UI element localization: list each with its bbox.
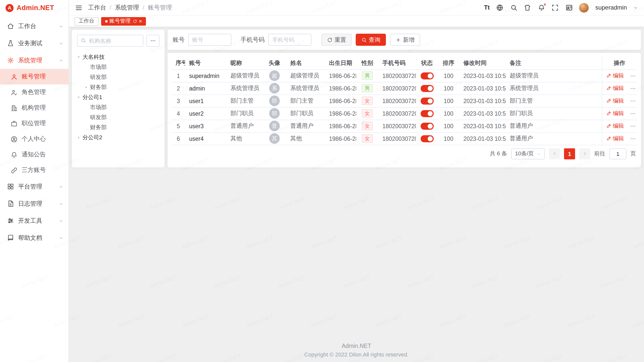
- edit-label: 编辑: [613, 110, 624, 117]
- header-icon[interactable]: [524, 4, 531, 11]
- search-button[interactable]: 查询: [356, 34, 386, 46]
- search-icon: [80, 38, 86, 43]
- edit-button[interactable]: 编辑: [606, 110, 624, 117]
- row-more-button[interactable]: [630, 98, 636, 104]
- org-more-button[interactable]: [146, 35, 159, 47]
- goto-page-input[interactable]: [609, 148, 626, 159]
- chevron-down-icon[interactable]: [633, 5, 638, 10]
- avatar[interactable]: [579, 3, 589, 12]
- cell-phone: 18020030720: [378, 132, 416, 145]
- username[interactable]: superadmin: [595, 4, 627, 11]
- sidebar-item-label: 角色管理: [22, 88, 46, 97]
- add-button[interactable]: 新增: [390, 34, 420, 46]
- page-size-select[interactable]: 10条/页: [511, 148, 545, 159]
- sidebar-item-label: 通知公告: [22, 150, 46, 159]
- prev-page-button[interactable]: [549, 148, 560, 159]
- globe-icon: [496, 4, 504, 11]
- status-toggle[interactable]: [420, 110, 433, 117]
- next-page-button[interactable]: [579, 148, 590, 159]
- edit-button[interactable]: 编辑: [606, 97, 624, 105]
- gender-badge: 男: [362, 84, 373, 93]
- tree-node[interactable]: 分公司1: [77, 93, 159, 102]
- org-search-input[interactable]: [77, 35, 143, 47]
- sidebar-item[interactable]: 平台管理: [0, 178, 68, 195]
- tree-node[interactable]: 分公司2: [77, 133, 159, 142]
- cell-phone: 18020030720: [378, 82, 416, 95]
- reset-button[interactable]: 重置: [321, 34, 352, 46]
- header-icon[interactable]: Tt: [484, 4, 490, 11]
- tree-node[interactable]: 研发部: [77, 113, 159, 122]
- status-toggle[interactable]: [420, 85, 433, 92]
- org-tree: 大名科技 市场部 研发部 财务部 分公司1 市场部 研发部 财务部 分公司2: [77, 53, 159, 142]
- sidebar-item[interactable]: 职位管理: [0, 116, 68, 131]
- sidebar-item[interactable]: 通知公告: [0, 147, 68, 162]
- row-more-button[interactable]: [630, 123, 636, 129]
- tree-node[interactable]: 大名科技: [77, 53, 159, 61]
- phone-input[interactable]: [268, 34, 311, 46]
- gender-badge: 女: [362, 109, 373, 118]
- row-more-button[interactable]: [630, 110, 636, 116]
- chevron-down-icon: [537, 152, 541, 156]
- file-icon: [7, 200, 14, 207]
- sidebar-item[interactable]: 个人中心: [0, 131, 68, 147]
- cell-name: 部门主管: [286, 95, 325, 107]
- edit-button[interactable]: 编辑: [606, 72, 624, 79]
- breadcrumb-item[interactable]: 账号管理: [148, 3, 172, 12]
- tab-bar: 工作台 账号管理 ×: [69, 16, 644, 27]
- tab[interactable]: 工作台: [74, 17, 98, 25]
- tree-node[interactable]: 财务部: [77, 83, 159, 92]
- edit-button[interactable]: 编辑: [606, 135, 624, 142]
- refresh-icon[interactable]: [133, 19, 137, 23]
- cell-phone: 18020030720: [378, 120, 416, 132]
- row-more-button[interactable]: [630, 73, 636, 79]
- close-icon[interactable]: ×: [139, 18, 142, 24]
- cell-no: 2: [172, 82, 185, 95]
- status-toggle[interactable]: [420, 72, 433, 79]
- sidebar-item[interactable]: 帮助文档: [0, 229, 68, 246]
- sidebar-item[interactable]: 三方账号: [0, 162, 68, 178]
- status-toggle[interactable]: [420, 135, 433, 142]
- cell-gender: 女: [356, 132, 378, 145]
- sidebar-item[interactable]: 角色管理: [0, 84, 68, 100]
- row-more-button[interactable]: [630, 85, 636, 91]
- account-label: 账号: [173, 35, 185, 44]
- cell-sort: 100: [438, 120, 459, 132]
- edit-button[interactable]: 编辑: [606, 84, 624, 92]
- tree-node-label: 市场部: [90, 104, 107, 111]
- sidebar-item[interactable]: 账号管理: [0, 69, 68, 84]
- search-icon: [361, 37, 367, 42]
- row-more-button[interactable]: [630, 135, 636, 142]
- tree-node[interactable]: 财务部: [77, 123, 159, 132]
- sidebar-item[interactable]: 机构管理: [0, 100, 68, 116]
- tree-node[interactable]: 市场部: [77, 103, 159, 112]
- cell-remark: 系统管理员: [506, 82, 602, 95]
- accounts-table: 序号 账号 昵称 头像 姓名 出生日期 性别 手机号码 状态 排序 修改时间 备…: [172, 57, 637, 145]
- status-toggle[interactable]: [420, 122, 433, 129]
- header-icon[interactable]: [538, 4, 545, 11]
- sidebar-item[interactable]: 日志管理: [0, 195, 68, 212]
- status-toggle[interactable]: [420, 97, 433, 104]
- sidebar-item[interactable]: 业务测试: [0, 35, 68, 52]
- cell-status: [416, 82, 438, 95]
- caret-icon: [77, 55, 80, 59]
- menu-toggle-icon[interactable]: [75, 4, 83, 11]
- cell-gender: 女: [356, 107, 378, 120]
- edit-button[interactable]: 编辑: [606, 122, 624, 130]
- cell-remark: 部门主管: [506, 95, 602, 107]
- sidebar-item[interactable]: 开发工具: [0, 212, 68, 229]
- current-page[interactable]: 1: [564, 148, 575, 159]
- sidebar-item[interactable]: 工作台: [0, 18, 68, 35]
- account-input[interactable]: [188, 34, 231, 46]
- tree-node[interactable]: 市场部: [77, 63, 159, 71]
- ellipsis-icon: [630, 98, 636, 104]
- header-icon[interactable]: [496, 4, 504, 11]
- tree-node[interactable]: 研发部: [77, 73, 159, 81]
- breadcrumb-item[interactable]: 工作台: [88, 3, 115, 12]
- sidebar-item[interactable]: 系统管理: [0, 52, 68, 69]
- header-icon[interactable]: [552, 4, 559, 11]
- tab[interactable]: 账号管理 ×: [101, 17, 146, 25]
- header-icon[interactable]: [566, 4, 573, 11]
- cell-account: user2: [185, 107, 226, 120]
- breadcrumb-item[interactable]: 系统管理: [115, 3, 148, 12]
- header-icon[interactable]: [510, 4, 517, 11]
